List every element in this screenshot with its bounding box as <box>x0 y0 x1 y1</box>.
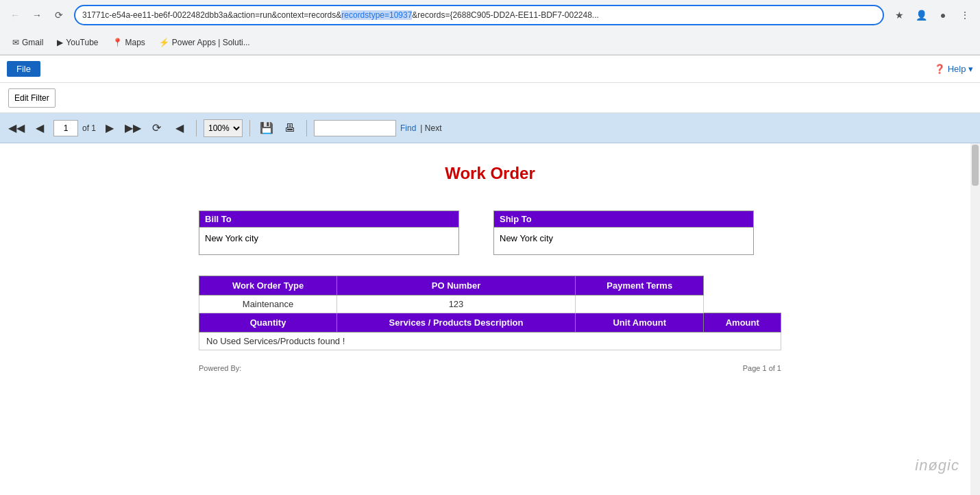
bookmark-maps[interactable]: 📍 Maps <box>107 35 151 50</box>
gmail-icon: ✉ <box>12 38 19 47</box>
file-button[interactable]: File <box>7 61 40 77</box>
ship-to-header: Ship To <box>494 211 753 227</box>
col-payment-terms: Payment Terms <box>575 276 704 295</box>
ship-to-box: Ship To New York city <box>493 210 754 255</box>
find-input[interactable] <box>314 120 396 136</box>
col-po-number: PO Number <box>337 276 576 295</box>
browser-chrome: ← → ⟳ 31771c-e54a-ee11-be6f-0022482dbb3a… <box>0 0 980 56</box>
address-bar[interactable]: 31771c-e54a-ee11-be6f-0022482dbb3a&actio… <box>74 5 884 25</box>
bill-to-city: New York city <box>199 227 458 254</box>
youtube-icon: ▶ <box>57 38 63 47</box>
print-button[interactable]: 🖶 <box>280 119 299 138</box>
report-paper: Work Order Bill To New York city Ship To… <box>199 164 781 372</box>
footer-row: Powered By: Page 1 of 1 <box>199 357 781 372</box>
scrollbar[interactable] <box>970 143 980 495</box>
browser-actions: ★ 👤 ● ⋮ <box>890 5 975 25</box>
toolbar-separator-1 <box>196 120 197 136</box>
bill-to-header: Bill To <box>199 211 458 227</box>
cell-maintenance: Maintenance <box>199 295 337 313</box>
powerapps-icon: ⚡ <box>159 38 169 47</box>
reload-button[interactable]: ⟳ <box>49 5 69 25</box>
report-title: Work Order <box>199 164 781 183</box>
first-page-button[interactable]: ◀◀ <box>7 119 26 138</box>
page-number-input[interactable] <box>53 120 78 136</box>
col-work-order-type: Work Order Type <box>199 276 337 295</box>
col-quantity: Quantity <box>199 313 337 333</box>
bookmark-youtube[interactable]: ▶ YouTube <box>51 35 103 50</box>
browser-nav-buttons: ← → ⟳ <box>5 5 69 25</box>
toolbar-separator-3 <box>306 120 307 136</box>
address-section: Bill To New York city Ship To New York c… <box>199 210 781 255</box>
page-info-label: Page 1 of 1 <box>743 364 781 372</box>
save-button[interactable]: 💾 <box>257 119 276 138</box>
table-row-empty: No Used Services/Products found ! <box>199 333 781 350</box>
col-services-desc: Services / Products Description <box>337 313 576 333</box>
col-amount: Amount <box>704 313 781 333</box>
bookmark-gmail[interactable]: ✉ Gmail <box>7 35 49 50</box>
bookmark-star-button[interactable]: ★ <box>890 5 909 25</box>
page-total-label: of 1 <box>82 123 96 133</box>
report-content: Work Order Bill To New York city Ship To… <box>0 143 980 495</box>
bookmarks-bar: ✉ Gmail ▶ YouTube 📍 Maps ⚡ Power Apps | … <box>0 30 980 55</box>
cell-po-number: 123 <box>337 295 576 313</box>
back-navigation-button[interactable]: ◀ <box>170 119 189 138</box>
scrollbar-thumb[interactable] <box>972 145 979 186</box>
last-page-button[interactable]: ▶▶ <box>123 119 143 138</box>
maps-icon: 📍 <box>112 38 123 47</box>
report-toolbar: ◀◀ ◀ of 1 ▶ ▶▶ ⟳ ◀ 100% 50% 75% 125% 150… <box>0 113 980 143</box>
table-row-main: Maintenance 123 <box>199 295 781 313</box>
profile-button[interactable]: 👤 <box>911 5 931 25</box>
content-wrapper: Work Order Bill To New York city Ship To… <box>0 143 980 495</box>
extensions-button[interactable]: ● <box>933 5 953 25</box>
forward-button[interactable]: → <box>27 5 47 25</box>
powered-by-label: Powered By: <box>199 364 241 372</box>
col-unit-amount: Unit Amount <box>575 313 704 333</box>
help-button[interactable]: ❓ Help ▾ <box>934 64 973 74</box>
inogic-logo: inøgic <box>915 457 959 474</box>
ship-to-city: New York city <box>494 227 753 254</box>
next-result-label: | Next <box>420 123 441 133</box>
cell-payment-terms <box>575 295 704 313</box>
edit-filter-button[interactable]: Edit Filter <box>8 88 56 108</box>
menu-button[interactable]: ⋮ <box>955 5 975 25</box>
back-button[interactable]: ← <box>5 5 25 25</box>
order-table: Work Order Type PO Number Payment Terms … <box>199 276 781 350</box>
browser-top-bar: ← → ⟳ 31771c-e54a-ee11-be6f-0022482dbb3a… <box>0 0 980 30</box>
next-page-button[interactable]: ▶ <box>100 119 119 138</box>
prev-page-button[interactable]: ◀ <box>30 119 49 138</box>
refresh-button[interactable]: ⟳ <box>147 119 166 138</box>
bookmark-powerapps[interactable]: ⚡ Power Apps | Soluti... <box>154 35 256 50</box>
zoom-select[interactable]: 100% 50% 75% 125% 150% 200% <box>204 119 243 137</box>
bill-to-box: Bill To New York city <box>199 210 459 255</box>
empty-message: No Used Services/Products found ! <box>199 333 781 350</box>
url-text: 31771c-e54a-ee11-be6f-0022482dbb3a&actio… <box>82 10 876 20</box>
edit-filter-bar: Edit Filter <box>0 83 980 113</box>
find-button[interactable]: Find <box>400 123 416 133</box>
toolbar-separator-2 <box>249 120 250 136</box>
app-bar: File ❓ Help ▾ <box>0 56 980 83</box>
table-row-headers-2: Quantity Services / Products Description… <box>199 313 781 333</box>
